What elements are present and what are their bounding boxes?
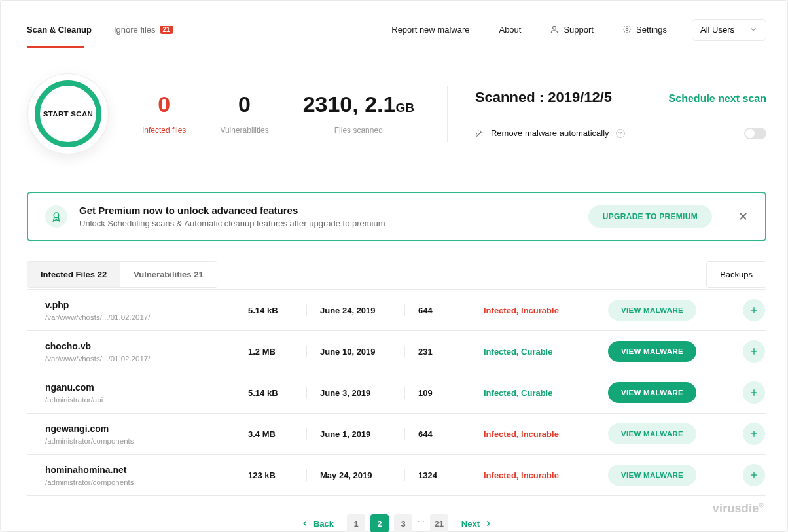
plus-icon (749, 346, 759, 357)
cell-code: 644 (418, 429, 484, 439)
view-malware-button[interactable]: VIEW MALWARE (608, 423, 696, 444)
about-link[interactable]: About (484, 25, 535, 35)
app-frame: Scan & Cleanup Ignore files 21 Report ne… (0, 0, 788, 532)
view-malware-button[interactable]: VIEW MALWARE (608, 382, 696, 403)
cell-code: 644 (418, 306, 484, 315)
gear-icon (622, 25, 632, 34)
premium-text: Get Premium now to unlock advanced featu… (79, 205, 385, 228)
cell-filename: hominahomina.net/administrator/component… (45, 465, 248, 486)
cell-date: June 10, 2019 (320, 346, 418, 357)
topbar-right: Report new malware About Support Setting… (377, 19, 766, 41)
cell-size: 5.14 kB (248, 387, 320, 399)
stat-label: Vulnerabilities (220, 126, 268, 135)
auto-remove-toggle[interactable] (744, 128, 766, 139)
view-malware-button[interactable]: VIEW MALWARE (608, 341, 696, 362)
svg-point-0 (553, 26, 556, 29)
cell-action: VIEW MALWARE (608, 341, 726, 362)
report-malware-link[interactable]: Report new malware (377, 25, 484, 35)
support-link[interactable]: Support (535, 25, 608, 35)
cell-action: VIEW MALWARE (608, 423, 726, 444)
file-path: /administrator/components (45, 478, 248, 486)
tab-vulnerabilities[interactable]: Vulnerabilities 21 (120, 261, 217, 288)
stat-value: 0 (142, 93, 186, 115)
view-malware-button[interactable]: VIEW MALWARE (608, 300, 696, 321)
divider (475, 118, 766, 118)
cell-filename: nganu.com/administrator/api (45, 382, 248, 404)
cell-status: Infected, Curable (484, 347, 608, 357)
upgrade-premium-button[interactable]: UPGRADE TO PREMIUM (588, 205, 712, 228)
scan-date-row: Scanned : 2019/12/5 Schedule next scan (475, 89, 766, 106)
result-tabs: Infected Files 22 Vulnerabilities 21 Bac… (27, 261, 766, 288)
pagination-pages: 123...21 (347, 514, 448, 532)
wand-icon (475, 129, 484, 138)
cell-action: VIEW MALWARE (608, 300, 726, 321)
stat-value: 0 (220, 93, 268, 115)
table-row: v.php/var/www/vhosts/.../01.02.2017/5.14… (27, 290, 766, 331)
cell-size: 123 kB (248, 469, 320, 481)
scanned-date: Scanned : 2019/12/5 (475, 89, 612, 106)
cell-status: Infected, Incurable (484, 306, 608, 315)
pagination-page[interactable]: 21 (430, 514, 448, 532)
stat-scanned: 2310, 2.1GB Files scanned (303, 93, 414, 135)
expand-button[interactable] (743, 381, 765, 404)
expand-button[interactable] (743, 299, 765, 321)
table-row: nganu.com/administrator/api5.14 kBJune 3… (27, 372, 766, 414)
pagination-page[interactable]: 2 (370, 514, 389, 532)
help-icon[interactable]: ? (616, 129, 625, 138)
stat-infected: 0 Infected files (142, 93, 186, 135)
auto-remove-row: Remove malware automatically ? (475, 128, 766, 139)
tab-scan-cleanup[interactable]: Scan & Cleanup (27, 25, 92, 35)
start-scan-button[interactable]: START SCAN (29, 75, 107, 152)
start-scan-label: START SCAN (43, 110, 93, 118)
file-name: nganu.com (45, 382, 248, 393)
cell-filename: ngewangi.com/administrator/components (45, 423, 248, 445)
cell-code: 109 (418, 388, 484, 398)
file-name: chocho.vb (45, 341, 248, 351)
file-path: /var/www/vhosts/.../01.02.2017/ (45, 313, 248, 321)
stat-label: Infected files (142, 126, 186, 135)
file-name: v.php (45, 300, 248, 310)
pagination-next[interactable]: Next (461, 519, 493, 529)
hero: START SCAN 0 Infected files 0 Vulnerabil… (27, 75, 766, 152)
view-malware-button[interactable]: VIEW MALWARE (608, 465, 696, 486)
backups-button[interactable]: Backups (706, 261, 766, 288)
cell-size: 3.4 MB (248, 428, 320, 440)
plus-icon (749, 470, 759, 480)
scan-stats: 0 Infected files 0 Vulnerabilities 2310,… (142, 93, 414, 135)
file-rows: v.php/var/www/vhosts/.../01.02.2017/5.14… (27, 289, 766, 496)
divider (447, 86, 448, 142)
premium-title: Get Premium now to unlock advanced featu… (79, 205, 385, 216)
cell-code: 231 (418, 347, 484, 357)
expand-button[interactable] (743, 464, 765, 486)
cell-date: June 3, 2019 (320, 387, 418, 399)
file-path: /var/www/vhosts/.../01.02.2017/ (45, 355, 248, 363)
ribbon-icon (45, 205, 67, 228)
settings-link[interactable]: Settings (608, 25, 681, 35)
pagination-page[interactable]: 1 (347, 514, 365, 532)
file-path: /administrator/components (45, 437, 248, 445)
schedule-next-scan-link[interactable]: Schedule next scan (669, 93, 766, 105)
close-icon[interactable]: ✕ (738, 211, 748, 222)
plus-icon (749, 387, 759, 398)
pagination: Back 123...21 Next (27, 514, 766, 532)
primary-tabs: Scan & Cleanup Ignore files 21 (27, 25, 173, 35)
pagination-back[interactable]: Back (300, 519, 334, 529)
toggle-knob (745, 129, 755, 138)
expand-button[interactable] (743, 340, 765, 363)
cell-filename: v.php/var/www/vhosts/.../01.02.2017/ (45, 300, 248, 321)
chevron-right-icon (484, 519, 493, 528)
pagination-page[interactable]: 3 (394, 514, 412, 532)
tab-ignore-files[interactable]: Ignore files 21 (114, 25, 173, 35)
cell-code: 1324 (418, 470, 484, 480)
tab-infected-files[interactable]: Infected Files 22 (27, 261, 120, 288)
headset-icon (550, 25, 559, 34)
file-name: ngewangi.com (45, 423, 248, 434)
cell-size: 5.14 kB (248, 304, 320, 316)
table-row: hominahomina.net/administrator/component… (27, 455, 766, 496)
expand-button[interactable] (743, 423, 765, 445)
premium-banner: Get Premium now to unlock advanced featu… (27, 192, 766, 241)
users-select[interactable]: All Users (692, 19, 766, 41)
stat-label: Files scanned (303, 126, 414, 135)
table-row: ngewangi.com/administrator/components3.4… (27, 414, 766, 455)
hero-right: Scanned : 2019/12/5 Schedule next scan R… (475, 89, 766, 139)
